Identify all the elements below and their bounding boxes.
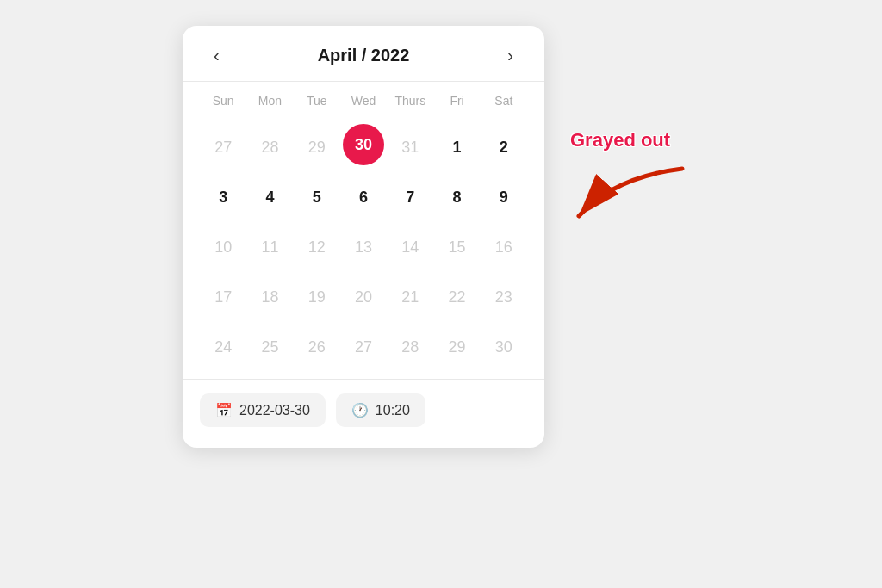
day-header-sun: Sun: [200, 94, 246, 108]
day-cell[interactable]: 30: [483, 324, 525, 370]
calendar-grid: Sun Mon Tue Wed Thurs Fri Sat 2728293031…: [183, 82, 544, 372]
prev-month-button[interactable]: ‹: [207, 43, 227, 67]
day-cell[interactable]: 23: [483, 274, 525, 320]
day-cell[interactable]: 10: [202, 224, 244, 270]
day-cell[interactable]: 26: [296, 324, 338, 370]
day-cell[interactable]: 31: [389, 124, 431, 170]
day-header-fri: Fri: [433, 94, 480, 108]
grayed-out-label: Grayed out: [570, 129, 670, 152]
day-cell[interactable]: 24: [202, 324, 244, 370]
day-headers: Sun Mon Tue Wed Thurs Fri Sat: [200, 82, 527, 115]
date-value: 2022-03-30: [239, 403, 310, 418]
day-header-tue: Tue: [294, 94, 340, 108]
day-cell[interactable]: 13: [343, 224, 384, 270]
day-cell[interactable]: 12: [296, 224, 338, 270]
day-cell[interactable]: 15: [437, 224, 478, 270]
day-cell[interactable]: 14: [389, 224, 431, 270]
day-cell[interactable]: 17: [202, 274, 244, 320]
day-header-thurs: Thurs: [387, 94, 433, 108]
day-cell[interactable]: 1: [437, 124, 478, 170]
day-header-sat: Sat: [481, 94, 527, 108]
next-month-button[interactable]: ›: [500, 43, 520, 67]
date-pill[interactable]: 📅 2022-03-30: [200, 393, 326, 427]
day-cell[interactable]: 3: [202, 174, 244, 220]
annotation-area: Grayed out: [562, 129, 699, 229]
days-grid: 2728293031123456789101112131415161718192…: [200, 122, 527, 372]
day-cell[interactable]: 29: [437, 324, 478, 370]
day-cell[interactable]: 4: [249, 174, 290, 220]
day-cell[interactable]: 6: [343, 174, 384, 220]
day-cell[interactable]: 16: [483, 224, 525, 270]
month-title: April / 2022: [318, 46, 410, 65]
day-cell[interactable]: 21: [389, 274, 431, 320]
day-cell[interactable]: 19: [296, 274, 338, 320]
day-cell[interactable]: 7: [389, 174, 431, 220]
day-cell[interactable]: 11: [249, 224, 290, 270]
calendar-icon: 📅: [215, 402, 233, 418]
day-cell[interactable]: 25: [249, 324, 290, 370]
bottom-bar: 📅 2022-03-30 🕐 10:20: [183, 379, 544, 430]
calendar-header: ‹ April / 2022 ›: [183, 26, 544, 82]
day-cell[interactable]: 9: [483, 174, 525, 220]
day-cell[interactable]: 28: [389, 324, 431, 370]
clock-icon: 🕐: [351, 402, 369, 418]
arrow-annotation: [562, 160, 699, 229]
day-cell[interactable]: 22: [437, 274, 478, 320]
day-header-mon: Mon: [246, 94, 293, 108]
day-cell[interactable]: 18: [249, 274, 290, 320]
time-pill[interactable]: 🕐 10:20: [336, 393, 425, 427]
day-cell[interactable]: 8: [437, 174, 478, 220]
day-cell[interactable]: 28: [249, 124, 290, 170]
day-cell[interactable]: 29: [296, 124, 338, 170]
day-cell[interactable]: 27: [343, 324, 384, 370]
day-cell[interactable]: 5: [296, 174, 338, 220]
day-cell[interactable]: 27: [202, 124, 244, 170]
time-value: 10:20: [376, 403, 410, 418]
day-cell[interactable]: 2: [483, 124, 525, 170]
day-cell[interactable]: 30: [343, 124, 384, 165]
day-header-wed: Wed: [340, 94, 387, 108]
calendar-container: ‹ April / 2022 › Sun Mon Tue Wed Thurs F…: [183, 26, 544, 448]
page-wrapper: ‹ April / 2022 › Sun Mon Tue Wed Thurs F…: [183, 26, 699, 448]
day-cell[interactable]: 20: [343, 274, 384, 320]
